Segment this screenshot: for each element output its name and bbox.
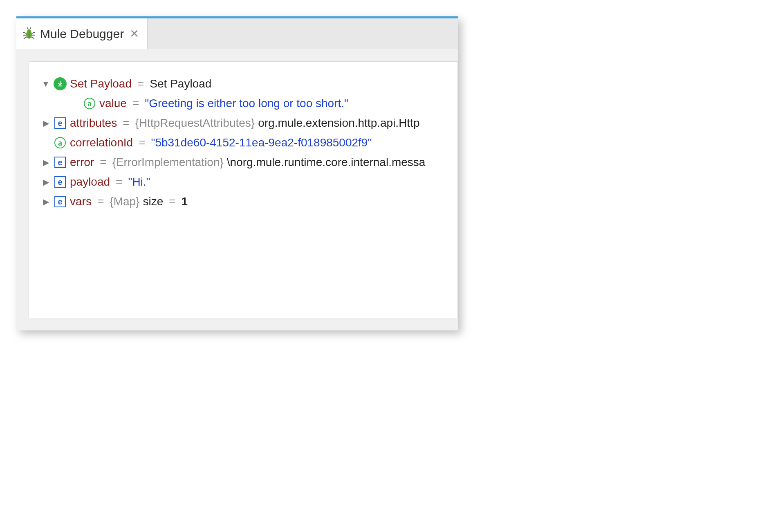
content-outer: ▼ Set Payload = Set Payload a value = "G… xyxy=(16,49,458,330)
tree-row-attributes[interactable]: ▶ e attributes = {HttpRequestAttributes}… xyxy=(41,113,457,133)
var-name: payload xyxy=(70,175,110,189)
var-value: \norg.mule.runtime.core.internal.messa xyxy=(227,156,426,169)
twisty-collapsed-icon[interactable]: ▶ xyxy=(41,157,50,167)
debugger-panel: Mule Debugger ✕ ▼ Set Payload = Set Payl… xyxy=(16,16,458,330)
equals-sign: = xyxy=(95,195,106,208)
equals-sign: = xyxy=(135,77,146,90)
element-icon: e xyxy=(54,195,67,208)
equals-sign: = xyxy=(120,117,132,130)
tab-mule-debugger[interactable]: Mule Debugger ✕ xyxy=(16,18,148,49)
var-type: {ErrorImplementation} xyxy=(112,156,223,169)
element-icon: e xyxy=(54,175,67,189)
tree-row-vars[interactable]: ▶ e vars = {Map} size = 1 xyxy=(41,192,457,211)
equals-sign: = xyxy=(166,195,178,208)
var-name: value xyxy=(99,97,127,110)
twisty-expanded-icon[interactable]: ▼ xyxy=(41,79,50,89)
equals-sign: = xyxy=(97,156,109,169)
var-value: Set Payload xyxy=(150,77,211,90)
svg-line-3 xyxy=(23,32,26,33)
svg-line-8 xyxy=(31,37,34,38)
var-value: "Greeting is either too long or too shor… xyxy=(145,97,348,110)
size-value: 1 xyxy=(182,195,188,208)
element-icon: e xyxy=(54,117,67,130)
tab-title: Mule Debugger xyxy=(40,27,124,41)
bug-icon xyxy=(22,27,36,41)
close-icon[interactable]: ✕ xyxy=(130,27,139,40)
var-type: {Map} xyxy=(110,195,139,208)
tree-row-set-payload-value[interactable]: a value = "Greeting is either too long o… xyxy=(41,94,457,113)
tree-row-error[interactable]: ▶ e error = {ErrorImplementation} \norg.… xyxy=(41,153,457,172)
var-type: {HttpRequestAttributes} xyxy=(135,117,255,130)
var-name: Set Payload xyxy=(70,77,132,90)
var-name: correlationId xyxy=(70,136,133,149)
attribute-icon: a xyxy=(83,97,96,110)
twisty-collapsed-icon[interactable]: ▶ xyxy=(41,118,50,128)
size-label: size xyxy=(143,195,163,208)
equals-sign: = xyxy=(130,97,141,110)
tree-row-payload[interactable]: ▶ e payload = "Hi." xyxy=(41,172,457,192)
element-icon: e xyxy=(54,156,67,169)
twisty-collapsed-icon[interactable]: ▶ xyxy=(41,197,50,207)
tree-row-set-payload[interactable]: ▼ Set Payload = Set Payload xyxy=(41,74,457,94)
equals-sign: = xyxy=(113,175,125,189)
tab-bar: Mule Debugger ✕ xyxy=(16,16,458,49)
variables-tree: ▼ Set Payload = Set Payload a value = "G… xyxy=(29,61,458,318)
tree-row-correlation-id[interactable]: a correlationId = "5b31de60-4152-11ea-9e… xyxy=(41,133,457,153)
var-value: "Hi." xyxy=(128,175,150,189)
attribute-icon: a xyxy=(54,136,67,149)
var-name: vars xyxy=(70,195,92,208)
svg-line-9 xyxy=(27,27,28,29)
svg-line-10 xyxy=(30,27,31,29)
var-name: error xyxy=(70,156,94,169)
twisty-collapsed-icon[interactable]: ▶ xyxy=(41,177,50,187)
var-value: "5b31de60-4152-11ea-9ea2-f018985002f9" xyxy=(151,136,372,149)
var-name: attributes xyxy=(70,117,117,130)
equals-sign: = xyxy=(136,136,148,149)
processor-icon xyxy=(54,77,67,90)
svg-line-4 xyxy=(32,32,35,33)
var-value: org.mule.extension.http.api.Http xyxy=(258,117,419,130)
svg-line-7 xyxy=(24,37,27,38)
